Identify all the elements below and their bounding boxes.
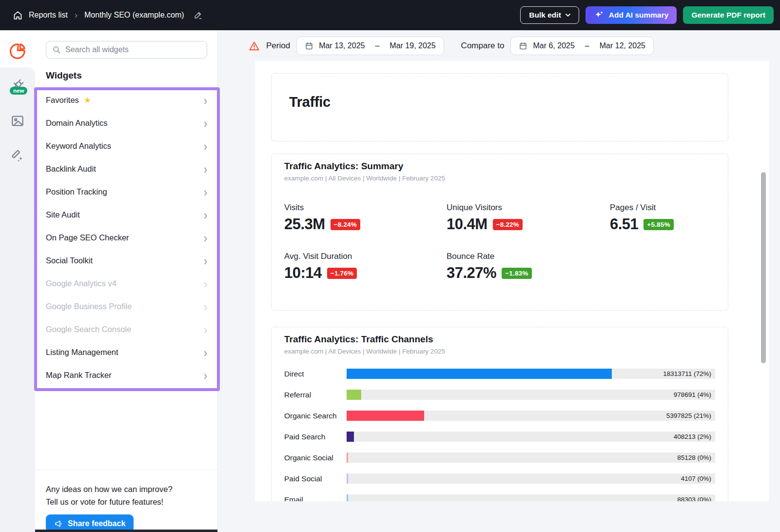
traffic-channels-widget[interactable]: Traffic Analytics: Traffic Channels exam… — [271, 327, 728, 501]
sidebar-item-label: Google Analytics v4 — [46, 279, 117, 288]
calendar-icon — [519, 41, 527, 50]
channels-widget-title: Traffic Analytics: Traffic Channels — [284, 334, 715, 345]
sidebar-item-label: Listing Management — [46, 348, 118, 357]
magic-wand-icon[interactable] — [10, 149, 25, 163]
channel-bar-track: 978691 (4%) — [347, 390, 715, 400]
sidebar-item-label: On Page SEO Checker — [46, 233, 129, 242]
section-title-widget[interactable]: Traffic — [271, 73, 728, 141]
breadcrumb: Reports list › Monthly SEO (example.com) — [0, 10, 203, 20]
channel-bar-track: 5397825 (21%) — [347, 411, 715, 421]
channel-bar-fill — [347, 494, 348, 501]
search-input[interactable] — [65, 45, 201, 54]
chevron-right-icon: › — [204, 369, 207, 381]
metric-label: Avg. Visit Duration — [284, 252, 447, 261]
generate-pdf-label: Generate PDF report — [691, 11, 765, 20]
obscured-bottom-element — [35, 530, 217, 532]
sidebar-item-label: Google Business Profile — [46, 302, 132, 311]
edit-icon[interactable] — [193, 10, 203, 20]
channel-bar-track: 408213 (2%) — [347, 432, 715, 442]
icon-rail-tools-panel — [0, 67, 35, 532]
channel-label: Direct — [284, 370, 347, 378]
metric-value: 6.51+5.85% — [610, 216, 715, 233]
widgets-heading: Widgets — [46, 70, 82, 81]
chevron-right-icon: › — [204, 94, 207, 106]
channel-row-organic-social: Organic Social85128 (0%) — [284, 453, 715, 463]
summary-widget-title: Traffic Analytics: Summary — [284, 161, 715, 172]
report-canvas: Traffic Traffic Analytics: Summary examp… — [255, 61, 769, 501]
sidebar-item-position-tracking[interactable]: Position Tracking› — [46, 180, 207, 203]
channel-value: 18313711 (72%) — [663, 369, 711, 379]
metric-value: 10.4M−8.22% — [447, 216, 610, 233]
summary-widget-subtitle: example.com | All Devices | Worldwide | … — [284, 175, 715, 182]
channel-row-direct: Direct18313711 (72%) — [284, 369, 715, 379]
sidebar-item-social-toolkit[interactable]: Social Toolkit› — [46, 249, 207, 272]
compare-label: Compare to — [461, 41, 505, 51]
feedback-line1: Any ideas on how we can improve? — [46, 483, 207, 495]
sidebar-item-listing-management[interactable]: Listing Management› — [46, 341, 207, 364]
channel-bar-fill — [347, 473, 348, 484]
change-badge: −8.22% — [493, 219, 523, 230]
chevron-right-icon: › — [204, 346, 207, 358]
add-ai-summary-label: Add AI summary — [609, 11, 669, 20]
period-start-date: Mar 13, 2025 — [319, 41, 365, 50]
channel-value: 978691 (4%) — [674, 390, 711, 400]
widget-search[interactable] — [46, 41, 207, 59]
new-badge: new — [10, 87, 27, 95]
warning-icon — [249, 40, 260, 52]
channel-value: 4107 (0%) — [681, 473, 711, 484]
chevron-right-icon: › — [204, 254, 207, 267]
generate-pdf-button[interactable]: Generate PDF report — [683, 6, 774, 24]
channel-bar-fill — [347, 453, 348, 463]
pie-chart-icon[interactable] — [8, 42, 27, 60]
sidebar-item-on-page-seo-checker[interactable]: On Page SEO Checker› — [46, 226, 207, 249]
traffic-summary-widget[interactable]: Traffic Analytics: Summary example.com |… — [271, 154, 728, 311]
chevron-right-icon: › — [204, 162, 207, 175]
channels-widget-subtitle: example.com | All Devices | Worldwide | … — [284, 348, 715, 355]
breadcrumb-reports-list[interactable]: Reports list — [29, 11, 68, 20]
sidebar-item-keyword-analytics[interactable]: Keyword Analytics› — [46, 135, 207, 158]
sidebar-item-map-rank-tracker[interactable]: Map Rank Tracker› — [46, 364, 207, 387]
bulk-edit-button[interactable]: Bulk edit — [520, 6, 579, 24]
change-badge: −1.76% — [327, 268, 357, 279]
sidebar-item-google-analytics-v4: Google Analytics v4› — [46, 272, 207, 295]
topbar-actions: Bulk edit Add AI summary Generate PDF re… — [520, 6, 780, 24]
vertical-scrollbar[interactable] — [761, 172, 766, 363]
sidebar-item-favorites[interactable]: Favorites★› — [46, 89, 207, 112]
sidebar-item-label: Social Toolkit — [46, 256, 93, 265]
channel-bar-fill — [347, 411, 424, 421]
period-date-range[interactable]: Mar 13, 2025 – Mar 19, 2025 — [296, 37, 444, 55]
sidebar-item-site-audit[interactable]: Site Audit› — [46, 203, 207, 226]
metric-value: 25.3M−8.24% — [284, 216, 447, 233]
chevron-right-icon: › — [204, 117, 207, 129]
sidebar-item-label: Keyword Analytics — [46, 141, 111, 151]
channel-label: Organic Search — [284, 412, 347, 420]
metric-pages-visit: Pages / Visit6.51+5.85% — [610, 203, 715, 233]
chevron-right-icon: › — [204, 231, 207, 244]
sparkles-icon — [594, 10, 604, 20]
sidebar-item-label: Favorites — [46, 96, 79, 105]
channel-label: Referral — [284, 391, 347, 399]
channels-bar-chart: Direct18313711 (72%)Referral978691 (4%)O… — [284, 369, 715, 501]
channel-label: Paid Social — [284, 474, 347, 483]
channel-bar-fill — [347, 390, 361, 400]
channel-row-organic-search: Organic Search5397825 (21%) — [284, 411, 715, 421]
home-icon[interactable] — [13, 10, 23, 20]
feedback-section: Any ideas on how we can improve? Tell us… — [35, 470, 217, 532]
breadcrumb-chevron-icon: › — [75, 10, 78, 20]
add-ai-summary-button[interactable]: Add AI summary — [585, 6, 677, 24]
chevron-right-icon: › — [204, 277, 207, 290]
section-title: Traffic — [289, 94, 710, 110]
channel-value: 5397825 (21%) — [666, 411, 711, 421]
compare-date-range[interactable]: Mar 6, 2025 – Mar 12, 2025 — [510, 37, 654, 55]
sidebar-item-domain-analytics[interactable]: Domain Analytics› — [46, 112, 207, 135]
feedback-line2: Tell us or vote for future features! — [46, 495, 207, 508]
image-icon[interactable] — [10, 114, 25, 128]
main-area: Period Mar 13, 2025 – Mar 19, 2025 Compa… — [218, 30, 780, 532]
search-icon — [52, 45, 61, 54]
sidebar-item-backlink-audit[interactable]: Backlink Audit› — [46, 158, 207, 180]
channel-value: 408213 (2%) — [674, 432, 711, 442]
channel-row-email: Email88303 (0%) — [284, 494, 715, 501]
metric-value: 37.27%−1.83% — [447, 264, 610, 282]
widget-list: Favorites★›Domain Analytics›Keyword Anal… — [46, 89, 207, 387]
star-icon: ★ — [84, 95, 91, 105]
